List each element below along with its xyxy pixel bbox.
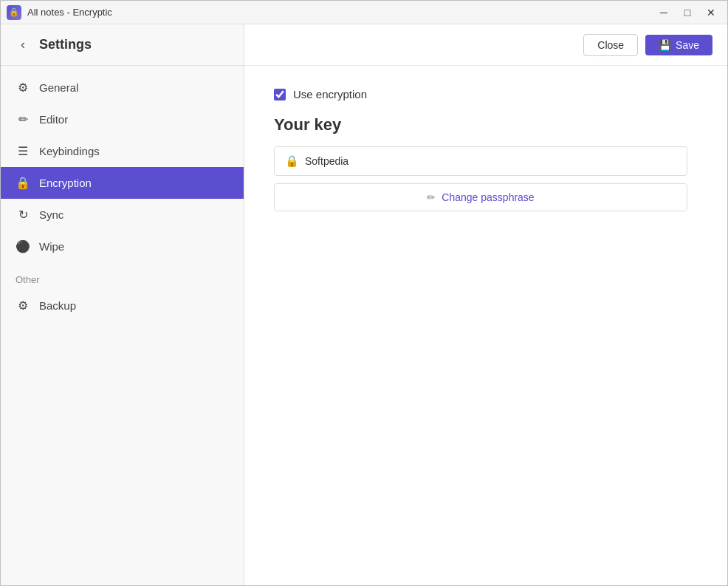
section-other-label: Other xyxy=(1,262,244,290)
wipe-icon: ⚫ xyxy=(16,239,30,253)
sidebar-item-editor[interactable]: ✏ Editor xyxy=(1,103,244,135)
close-button[interactable]: Close xyxy=(583,34,638,56)
sidebar-title: Settings xyxy=(39,37,92,52)
main-header: Close 💾 Save xyxy=(244,24,727,66)
titlebar-title: All notes - Encryptic xyxy=(27,7,653,18)
lock-icon: 🔒 xyxy=(16,176,30,190)
key-lock-icon: 🔒 xyxy=(285,154,299,168)
sidebar-item-label: General xyxy=(39,81,78,94)
pencil-icon: ✏ xyxy=(16,112,30,126)
sidebar-item-label: Keybindings xyxy=(39,145,100,157)
sidebar-item-label: Encryption xyxy=(39,177,92,189)
sidebar-item-label: Wipe xyxy=(39,240,64,253)
app-icon: 🔒 xyxy=(7,5,21,20)
app-content: ‹ Settings ⚙ General ✏ Editor ☰ Keybindi… xyxy=(1,24,727,585)
sidebar-item-label: Backup xyxy=(39,299,76,312)
save-icon: 💾 xyxy=(659,39,671,51)
minimize-button[interactable]: ─ xyxy=(653,4,674,21)
save-label: Save xyxy=(676,39,699,51)
sidebar-header: ‹ Settings xyxy=(1,24,244,66)
app-window: 🔒 All notes - Encryptic ─ □ ✕ ‹ Settings… xyxy=(0,0,728,586)
titlebar: 🔒 All notes - Encryptic ─ □ ✕ xyxy=(1,1,727,24)
key-field: 🔒 Softpedia xyxy=(274,146,687,176)
main-body: Use encryption Your key 🔒 Softpedia ✏ Ch… xyxy=(244,66,727,585)
sidebar-item-sync[interactable]: ↻ Sync xyxy=(1,199,244,231)
restore-button[interactable]: □ xyxy=(677,4,698,21)
back-button[interactable]: ‹ xyxy=(13,35,33,55)
use-encryption-checkbox[interactable] xyxy=(274,89,286,100)
sidebar-item-label: Editor xyxy=(39,113,68,126)
key-value: Softpedia xyxy=(305,155,348,167)
your-key-title: Your key xyxy=(274,115,698,134)
change-passphrase-button[interactable]: ✏ Change passphrase xyxy=(274,183,687,211)
main-content: Close 💾 Save Use encryption Your key 🔒 S… xyxy=(244,24,727,585)
sidebar-nav: ⚙ General ✏ Editor ☰ Keybindings 🔒 Encry… xyxy=(1,66,244,585)
sidebar-item-general[interactable]: ⚙ General xyxy=(1,72,244,103)
keybindings-icon: ☰ xyxy=(16,144,30,158)
sidebar-item-encryption[interactable]: 🔒 Encryption xyxy=(1,167,244,199)
sidebar-item-label: Sync xyxy=(39,208,63,221)
gear-icon: ⚙ xyxy=(16,81,30,95)
use-encryption-row: Use encryption xyxy=(274,88,698,100)
window-close-button[interactable]: ✕ xyxy=(701,4,721,21)
sidebar-item-keybindings[interactable]: ☰ Keybindings xyxy=(1,135,244,167)
change-passphrase-label: Change passphrase xyxy=(442,191,534,203)
sync-icon: ↻ xyxy=(16,208,30,222)
titlebar-controls: ─ □ ✕ xyxy=(653,4,721,21)
edit-icon: ✏ xyxy=(427,191,436,203)
sidebar-item-wipe[interactable]: ⚫ Wipe xyxy=(1,231,244,262)
sidebar-item-backup[interactable]: ⚙ Backup xyxy=(1,290,244,321)
use-encryption-label: Use encryption xyxy=(293,88,367,100)
save-button[interactable]: 💾 Save xyxy=(645,35,712,55)
backup-icon: ⚙ xyxy=(16,299,30,313)
sidebar: ‹ Settings ⚙ General ✏ Editor ☰ Keybindi… xyxy=(1,24,244,585)
